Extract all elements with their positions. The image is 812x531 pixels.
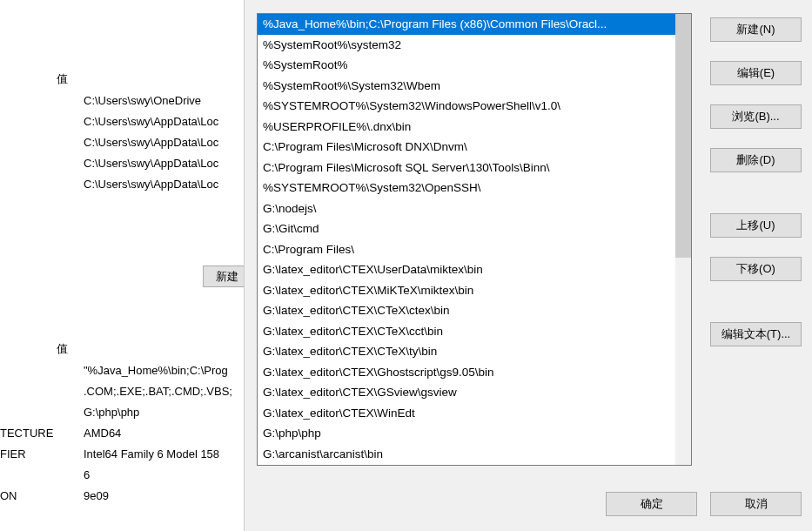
- edittext-button[interactable]: 编辑文本(T)...: [710, 322, 802, 346]
- path-item[interactable]: G:\latex_editor\CTEX\CTeX\cct\bin: [258, 321, 677, 342]
- table-row: G:\php\php: [84, 406, 139, 419]
- browse-button[interactable]: 浏览(B)...: [710, 104, 802, 129]
- path-item[interactable]: G:\arcanist\arcanist\bin: [258, 444, 677, 465]
- table-row: C:\Users\swy\OneDrive: [84, 94, 201, 107]
- path-item[interactable]: %SystemRoot%\system32: [258, 35, 677, 56]
- path-item[interactable]: G:\latex_editor\CTEX\MiKTeX\miktex\bin: [258, 280, 677, 301]
- path-item[interactable]: G:\nodejs\: [258, 198, 677, 219]
- scrollbar-thumb[interactable]: [675, 14, 691, 258]
- table-row: 9e09: [84, 489, 109, 502]
- table-row: AMD64: [84, 427, 121, 440]
- var-label: FIER: [0, 447, 26, 460]
- table-row: .COM;.EXE;.BAT;.CMD;.VBS;: [84, 385, 232, 398]
- scrollbar-track[interactable]: [675, 14, 691, 465]
- edit-path-dialog: %Java_Home%\bin;C:\Program Files (x86)\C…: [244, 0, 812, 531]
- path-item[interactable]: G:\latex_editor\CTEX\UserData\miktex\bin: [258, 259, 677, 280]
- path-item[interactable]: C:\Program Files\Microsoft DNX\Dnvm\: [258, 137, 677, 158]
- path-item[interactable]: G:\latex_editor\CTEX\GSview\gsview: [258, 382, 677, 403]
- table-row: 6: [84, 468, 90, 481]
- path-item[interactable]: %USERPROFILE%\.dnx\bin: [258, 117, 677, 138]
- path-item[interactable]: %Java_Home%\bin;C:\Program Files (x86)\C…: [258, 14, 677, 35]
- column-header-value: 值: [57, 71, 68, 87]
- delete-button[interactable]: 删除(D): [710, 148, 802, 172]
- column-header-value: 值: [57, 341, 68, 357]
- table-row: C:\Users\swy\AppData\Loc: [84, 157, 218, 170]
- table-row: C:\Users\swy\AppData\Loc: [84, 178, 218, 191]
- path-item[interactable]: G:\latex_editor\CTEX\CTeX\ctex\bin: [258, 300, 677, 321]
- path-item[interactable]: G:\latex_editor\CTEX\CTeX\ty\bin: [258, 341, 677, 362]
- cancel-button[interactable]: 取消: [710, 492, 802, 516]
- path-item[interactable]: %SystemRoot%\System32\Wbem: [258, 76, 677, 97]
- path-item[interactable]: C:\Program Files\: [258, 239, 677, 260]
- path-listbox[interactable]: %Java_Home%\bin;C:\Program Files (x86)\C…: [257, 13, 692, 466]
- path-item[interactable]: G:\Git\cmd: [258, 218, 677, 239]
- path-item[interactable]: G:\latex_editor\CTEX\Ghostscript\gs9.05\…: [258, 362, 677, 383]
- var-label: ON: [0, 489, 17, 502]
- ok-button[interactable]: 确定: [606, 492, 697, 516]
- new-button[interactable]: 新建(N): [710, 17, 802, 42]
- path-item[interactable]: G:\php\php: [258, 423, 677, 444]
- path-item[interactable]: %SystemRoot%: [258, 55, 677, 76]
- table-row: C:\Users\swy\AppData\Loc: [84, 115, 218, 128]
- table-row: "%Java_Home%\bin;C:\Prog: [84, 364, 228, 377]
- path-item[interactable]: G:\latex_editor\CTEX\WinEdt: [258, 403, 677, 424]
- path-item[interactable]: %SYSTEMROOT%\System32\WindowsPowerShell\…: [258, 96, 677, 117]
- path-item[interactable]: C:\Program Files\Microsoft SQL Server\13…: [258, 158, 677, 178]
- table-row: C:\Users\swy\AppData\Loc: [84, 136, 218, 149]
- var-label: TECTURE: [0, 427, 53, 440]
- table-row: Intel64 Family 6 Model 158: [84, 447, 219, 460]
- moveup-button[interactable]: 上移(U): [710, 213, 802, 238]
- path-item[interactable]: %SYSTEMROOT%\System32\OpenSSH\: [258, 178, 677, 198]
- edit-button[interactable]: 编辑(E): [710, 61, 802, 85]
- movedown-button[interactable]: 下移(O): [710, 257, 802, 281]
